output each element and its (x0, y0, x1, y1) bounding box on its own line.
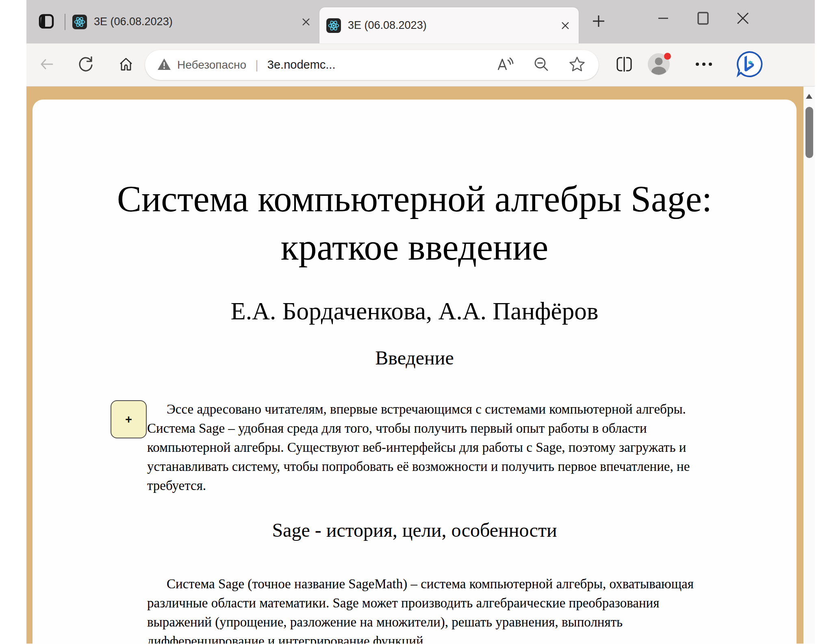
scrollbar[interactable] (803, 87, 815, 644)
paragraph-line: компьютерной алгебры. Существуют веб-инт… (147, 438, 756, 457)
maximize-icon (697, 11, 710, 26)
paragraph-line: требуется. (147, 476, 756, 495)
expand-button[interactable]: + (111, 400, 147, 438)
split-screen-icon (615, 56, 633, 74)
tab-title: 3Е (06.08.2023) (94, 15, 293, 28)
refresh-icon (77, 55, 94, 74)
document-title: Система компьютерной алгебры Sage: кратк… (41, 175, 788, 272)
paragraph-line: дифференцирование и интегрирование функц… (147, 632, 756, 644)
more-menu-button[interactable] (695, 56, 713, 74)
tab-bar: 3Е (06.08.2023) 3Е (06.08.2023) (26, 0, 815, 43)
react-favicon-icon (326, 18, 341, 33)
read-aloud-button[interactable] (496, 56, 515, 74)
paragraph-line: устанавливать систему, чтобы попробовать… (147, 457, 756, 476)
tab-close-icon[interactable] (558, 18, 573, 33)
split-screen-button[interactable] (615, 56, 634, 74)
url-text: 3e.nodemc... (267, 58, 336, 72)
close-icon (736, 11, 750, 27)
security-label: Небезопасно (177, 59, 246, 72)
paragraph-1: Эссе адресовано читателям, впервые встре… (147, 400, 756, 495)
scroll-up-arrow[interactable] (805, 91, 813, 101)
react-favicon-icon (72, 15, 87, 29)
back-icon (39, 56, 55, 74)
read-aloud-icon (497, 56, 514, 74)
scrollbar-thumb[interactable] (805, 107, 813, 158)
document-page: Система компьютерной алгебры Sage: кратк… (33, 100, 797, 644)
window-controls (651, 6, 755, 32)
back-button[interactable] (38, 56, 56, 74)
close-window-button[interactable] (731, 6, 755, 32)
paragraph-2: Система Sage (точное название SageMath) … (147, 575, 756, 644)
refresh-button[interactable] (77, 56, 95, 74)
bing-icon (736, 51, 763, 79)
paragraph-line: Система Sage – удобная среда для того, ч… (147, 419, 756, 438)
section-heading-introduction: Введение (33, 347, 797, 369)
more-icon (695, 62, 713, 68)
browser-toolbar: Небезопасно | 3e.nodemc... (26, 43, 815, 87)
bing-chat-button[interactable] (736, 52, 763, 78)
profile-button[interactable] (647, 54, 670, 76)
document-title-line1: Система компьютерной алгебры Sage: (41, 175, 788, 223)
warning-icon (157, 58, 171, 72)
document-title-line2: краткое введение (41, 223, 788, 272)
tab-close-icon[interactable] (298, 14, 314, 30)
minimize-icon (657, 12, 669, 26)
page-viewport: Система компьютерной алгебры Sage: кратк… (26, 87, 815, 644)
notification-dot (664, 53, 671, 60)
paragraph-line: Эссе адресовано читателям, впервые встре… (147, 400, 756, 419)
browser-window: 3Е (06.08.2023) 3Е (06.08.2023) (26, 0, 815, 644)
new-tab-button[interactable] (589, 13, 608, 31)
star-icon (569, 56, 586, 74)
paragraph-line: выражений (упрощение, разложение на множ… (147, 613, 756, 632)
paragraph-line: различные области математики. Sage может… (147, 594, 756, 613)
new-tab-icon (591, 13, 606, 30)
section-heading-sage: Sage - история, цели, особенности (33, 519, 797, 541)
address-bar[interactable]: Небезопасно | 3e.nodemc... (145, 50, 599, 80)
tab-title: 3Е (06.08.2023) (348, 19, 553, 32)
tab-actions-icon (38, 13, 54, 30)
tab-1[interactable]: 3Е (06.08.2023) (65, 0, 319, 43)
zoom-out-icon (533, 56, 550, 74)
tab-2[interactable]: 3Е (06.08.2023) (319, 7, 579, 43)
minimize-button[interactable] (651, 6, 675, 32)
paragraph-line: Система Sage (точное название SageMath) … (147, 575, 756, 594)
document-authors: Е.А. Бордаченкова, А.А. Панфёров (33, 297, 797, 325)
home-button[interactable] (117, 56, 135, 74)
zoom-out-button[interactable] (532, 56, 551, 74)
tab-actions-button[interactable] (37, 13, 56, 31)
home-icon (118, 56, 134, 74)
maximize-button[interactable] (691, 6, 715, 32)
favorite-star-button[interactable] (568, 56, 586, 74)
address-divider: | (255, 58, 258, 72)
